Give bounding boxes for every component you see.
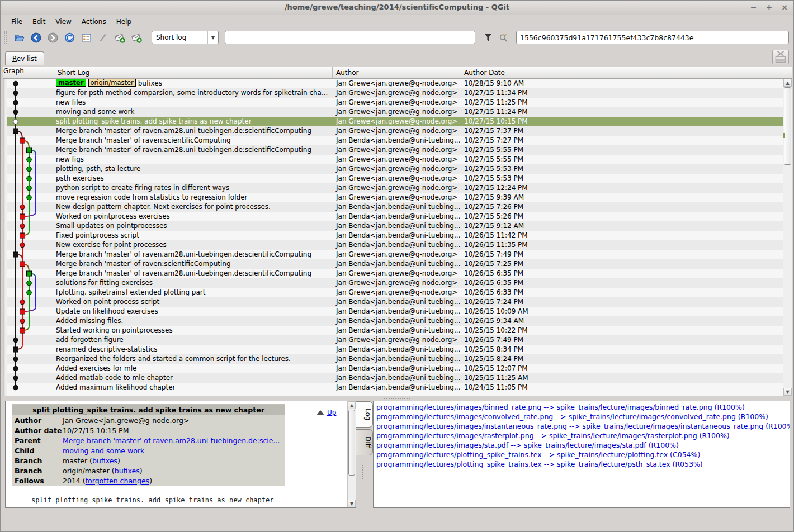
table-row[interactable]: Fixed pointprocess scriptJan Benda<jan.b… — [3, 231, 792, 240]
title-bar[interactable]: /home/grewe/teaching/2014/scientificComp… — [1, 1, 793, 15]
detach-tab-button[interactable] — [772, 50, 789, 64]
file-change-row[interactable]: programming/lectures/images/convolved_ra… — [376, 412, 790, 421]
detail-link[interactable]: Merge branch 'master' of raven.am28.uni-… — [63, 436, 280, 445]
back-button[interactable] — [29, 30, 44, 45]
graph-cell — [3, 193, 54, 202]
table-row[interactable]: Merge branch 'master' of raven.am28.uni-… — [3, 269, 792, 278]
detail-scrollbar[interactable]: ▲ ▼ — [347, 401, 356, 507]
table-row[interactable]: move regression code from statistics to … — [3, 193, 792, 202]
detail-link[interactable]: bufixes — [92, 457, 117, 465]
scroll-down-arrow-icon[interactable]: ▼ — [783, 388, 792, 396]
table-row[interactable]: Worked on pointprocess exercisesJan Bend… — [3, 212, 792, 221]
scroll-up-arrow-icon[interactable]: ▲ — [783, 79, 792, 87]
forward-button[interactable] — [45, 30, 60, 45]
rev-list-scrollbar-thumb[interactable] — [784, 87, 791, 165]
table-row[interactable]: [plotting, spiketrains] extended plottin… — [3, 288, 792, 297]
table-row[interactable]: split plotting_spike trains. add spike t… — [3, 117, 792, 126]
menu-actions[interactable]: Actions — [77, 16, 111, 27]
author-date-cell: 10/27/15 5:55 PM — [461, 145, 792, 155]
detail-scrollbar-thumb[interactable] — [348, 410, 355, 476]
detail-link[interactable]: moving and some work — [63, 446, 144, 455]
view-mode-select[interactable]: Short log ▼ — [152, 31, 219, 44]
file-change-row[interactable]: programming/lectures/images/sta.pdf --> … — [376, 440, 790, 450]
table-row[interactable]: Small updates on pointprocessesJan Benda… — [3, 221, 792, 231]
table-row[interactable]: Added matlab code to mle chapterJan Bend… — [3, 373, 792, 383]
search-icon — [498, 32, 508, 42]
table-row[interactable]: new figsJan Grewe<jan.grewe@g-node.org>1… — [3, 155, 792, 164]
detail-link[interactable]: forgotten changes — [86, 477, 149, 485]
table-row[interactable]: moving and some workJan Grewe<jan.grewe@… — [3, 107, 792, 117]
file-change-row[interactable]: programming/lectures/plotting_spike_trai… — [376, 459, 790, 469]
author-date-cell: 10/25/15 12:07 PM — [461, 364, 792, 373]
toolbar-drag-handle[interactable] — [4, 31, 7, 44]
horizontal-splitter[interactable] — [1, 396, 793, 401]
table-row[interactable]: Started working on pointprocessesJan Ben… — [3, 326, 792, 335]
short-log-cell: Small updates on pointprocesses — [54, 221, 333, 231]
author-date-cell: 10/26/15 6:35 PM — [461, 278, 792, 288]
table-row[interactable]: Worked on point process scriptJan Benda<… — [3, 297, 792, 307]
author-cell: Jan Grewe<jan.grewe@g-node.org> — [333, 278, 461, 288]
column-header-short-log[interactable]: Short Log — [54, 67, 333, 78]
apply-patch-button[interactable] — [112, 30, 127, 45]
author-cell: Jan Grewe<jan.grewe@g-node.org> — [333, 117, 461, 126]
filter-icon-button[interactable] — [481, 31, 495, 44]
tab-rev-list[interactable]: Rev list — [5, 51, 44, 65]
highlight-search-button[interactable] — [497, 31, 510, 44]
search-input[interactable] — [225, 31, 475, 44]
table-row[interactable]: New design pattern chapter. Next exercis… — [3, 202, 792, 212]
wand-button[interactable] — [96, 30, 111, 45]
vertical-splitter-handle[interactable] — [362, 465, 363, 479]
menu-edit[interactable]: Edit — [27, 16, 50, 27]
graph-cell — [3, 240, 54, 250]
column-header-graph[interactable]: Graph — [3, 67, 54, 78]
sha-input[interactable] — [516, 31, 789, 44]
table-row[interactable]: renamed descriptive-statisticsJan Benda<… — [3, 345, 792, 354]
maximize-button[interactable]: + — [766, 2, 773, 12]
minimize-button[interactable]: − — [750, 2, 757, 12]
table-row[interactable]: Added maximum likelihood chapterJan Bend… — [3, 383, 792, 392]
tab-diff[interactable]: Diff — [356, 429, 373, 455]
graph-cell — [3, 164, 54, 174]
table-row[interactable]: psth exercisesJan Grewe<jan.grewe@g-node… — [3, 174, 792, 183]
detail-link[interactable]: bufixes — [115, 467, 140, 475]
author-date-cell: 10/26/15 11:42 PM — [461, 231, 792, 240]
column-header-author[interactable]: Author — [333, 67, 461, 78]
author-cell: Jan Grewe<jan.grewe@g-node.org> — [333, 98, 461, 107]
table-row[interactable]: python script to create firing rates in … — [3, 183, 792, 193]
file-change-row[interactable]: programming/lectures/images/rasterplot.p… — [376, 431, 790, 440]
up-link[interactable]: Up — [327, 408, 336, 416]
file-change-row[interactable]: programming/lectures/plotting_spike_trai… — [376, 450, 790, 459]
table-row[interactable]: Merge branch 'master' of raven:scientifi… — [3, 136, 792, 145]
table-row[interactable]: add forgotten figureJan Grewe<jan.grewe@… — [3, 335, 792, 345]
close-button[interactable]: × — [781, 2, 788, 12]
table-row[interactable]: new filesJan Grewe<jan.grewe@g-node.org>… — [3, 98, 792, 107]
menu-view[interactable]: View — [50, 16, 76, 27]
table-row[interactable]: Reorganized the folders and started a co… — [3, 354, 792, 364]
table-row[interactable]: Merge branch 'master' of raven.am28.uni-… — [3, 250, 792, 259]
table-row[interactable]: solutions for fitting exercisesJan Grewe… — [3, 278, 792, 288]
table-row[interactable]: Merge branch 'master' of raven.am28.uni-… — [3, 126, 792, 136]
table-row[interactable]: Update on likelihood exercisesJan Benda<… — [3, 307, 792, 316]
menu-help[interactable]: Help — [111, 16, 136, 27]
detail-field-child: Childmoving and some work — [12, 445, 285, 455]
table-row[interactable]: Merge branch 'master' of raven.am28.uni-… — [3, 145, 792, 155]
table-row[interactable]: plotting, psth, sta lectureJan Grewe<jan… — [3, 164, 792, 174]
open-folder-button[interactable] — [12, 30, 27, 45]
table-row[interactable]: figure for psth method comparsion, some … — [3, 88, 792, 98]
rev-list-scrollbar[interactable]: ▲ ▼ — [783, 79, 792, 396]
table-row[interactable]: Added missing files.Jan Benda<jan.benda@… — [3, 316, 792, 326]
menu-file[interactable]: File — [6, 16, 27, 27]
table-row[interactable]: New exercise for point processesJan Bend… — [3, 240, 792, 250]
file-change-row[interactable]: programming/lectures/images/binned_rate.… — [376, 402, 790, 412]
refresh-button[interactable] — [62, 30, 77, 45]
table-row[interactable]: Merge branch 'master' of raven:scientifi… — [3, 259, 792, 269]
detail-scroll-down-icon[interactable]: ▼ — [348, 500, 356, 507]
tab-log[interactable]: Log — [356, 401, 373, 428]
column-header-author-date[interactable]: Author Date — [461, 67, 792, 78]
file-change-row[interactable]: programming/lectures/images/instantaneou… — [376, 421, 790, 431]
tree-view-button[interactable] — [79, 30, 94, 45]
detail-scroll-up-icon[interactable]: ▲ — [348, 401, 356, 409]
table-row[interactable]: masterorigin/masterbufixesJan Grewe<jan.… — [3, 79, 792, 88]
table-row[interactable]: Added exercises for mleJan Benda<jan.ben… — [3, 364, 792, 373]
format-patch-button[interactable] — [129, 30, 144, 45]
